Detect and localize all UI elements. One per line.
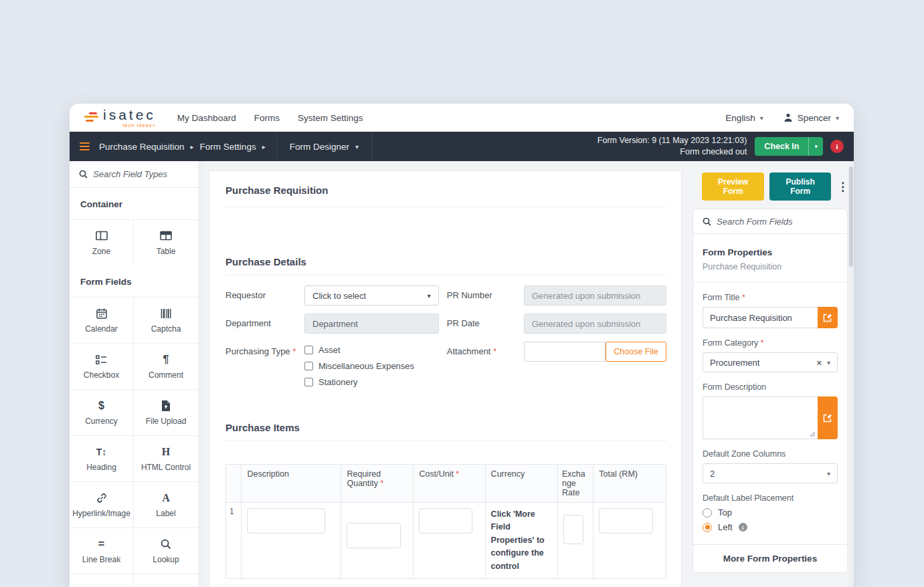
exchange-rate-input[interactable] <box>563 515 583 544</box>
edit-form-description-button[interactable] <box>818 396 838 439</box>
form-category-select[interactable]: Procurement × ▾ <box>703 352 838 372</box>
field-type-partial[interactable] <box>70 574 134 587</box>
isatec-logo: isatec tech ideas+ <box>84 108 156 128</box>
clear-selection-icon[interactable]: × <box>816 358 822 368</box>
label-placement-options: Top Left i <box>703 507 838 532</box>
app-window: isatec tech ideas+ My Dashboard Forms Sy… <box>70 104 854 587</box>
form-version-line: Form Version: 9 (11 May 2023 12:21:03) <box>597 135 747 147</box>
nav-system-settings[interactable]: System Settings <box>298 113 363 123</box>
chevron-down-icon: ▾ <box>814 143 818 150</box>
nav-forms[interactable]: Forms <box>254 113 280 123</box>
language-dropdown[interactable]: English ▾ <box>725 113 763 123</box>
checkbox[interactable] <box>304 362 313 370</box>
form-description-textarea[interactable] <box>703 396 818 439</box>
choose-file-button[interactable]: Choose File <box>606 342 666 362</box>
checkbox[interactable] <box>304 378 313 386</box>
checkbox-option-miscellaneous-expenses[interactable]: Miscellaneous Expenses <box>304 361 439 371</box>
field-type-currency[interactable]: $ Currency <box>70 389 134 435</box>
chevron-down-icon: ▾ <box>428 292 431 300</box>
requestor-select[interactable]: Click to select ▾ <box>304 285 439 306</box>
field-type-captcha[interactable]: Captcha <box>134 297 198 343</box>
publish-form-button[interactable]: Publish Form <box>769 172 831 201</box>
search-icon <box>79 170 88 179</box>
field-type-label[interactable]: A Label <box>134 481 198 527</box>
alert-info-icon[interactable]: i <box>830 140 844 153</box>
edit-form-title-button[interactable] <box>818 307 838 328</box>
field-type-checkbox[interactable]: Checkbox <box>70 343 134 389</box>
more-form-properties-button[interactable]: More Form Properties <box>693 544 847 572</box>
checkbox[interactable] <box>304 346 313 354</box>
field-type-lookup[interactable]: Lookup <box>134 527 198 574</box>
info-tooltip-icon[interactable]: i <box>739 523 747 532</box>
form-description-label: Form Description <box>703 382 838 392</box>
checkbox-option-stationery[interactable]: Stationery <box>304 377 439 387</box>
description-input[interactable] <box>247 508 325 534</box>
form-title-input[interactable] <box>703 307 818 328</box>
requestor-value: Click to select <box>312 291 366 301</box>
field-type-zone[interactable]: Zone <box>70 219 134 265</box>
search-form-fields-input[interactable] <box>717 217 838 227</box>
currency-config-note: Click 'More Field Properties' to configu… <box>491 508 552 573</box>
form-fields-type-grid: Calendar Captcha Checkbox ¶ Comment $ Cu… <box>70 297 198 587</box>
radio-option-left[interactable]: Left i <box>703 522 838 532</box>
chevron-down-icon: ▾ <box>827 359 830 366</box>
chevron-down-icon: ▾ <box>760 114 763 122</box>
nav-my-dashboard[interactable]: My Dashboard <box>177 113 236 123</box>
lookup-icon <box>161 538 171 550</box>
checkbox-option-asset[interactable]: Asset <box>304 345 439 355</box>
field-type-hyperlink-image[interactable]: Hyperlink/Image <box>70 481 134 527</box>
field-type-table[interactable]: Table <box>134 219 198 265</box>
requestor-label: Requestor <box>225 285 304 300</box>
required-marker: * <box>292 346 296 356</box>
table-icon <box>160 230 172 242</box>
purchasing-type-label: Purchasing Type * <box>225 342 304 356</box>
file-upload-icon <box>161 400 171 412</box>
default-zone-columns-label: Default Zone Columns <box>703 449 838 459</box>
purchase-details-heading: Purchase Details <box>225 256 666 267</box>
radio-button[interactable] <box>703 508 712 517</box>
panel-scrollbar-track[interactable] <box>198 161 205 587</box>
section-title-container: Container <box>70 188 198 219</box>
preview-form-button[interactable]: Preview Form <box>702 172 764 201</box>
logo-tagline: tech ideas+ <box>103 122 156 128</box>
cost-unit-input[interactable] <box>419 508 472 534</box>
user-menu[interactable]: Spencer ▾ <box>783 113 839 123</box>
form-properties-subtitle: Purchase Requisition <box>703 262 838 271</box>
field-type-html-control[interactable]: H HTML Control <box>134 435 198 481</box>
field-type-line-break[interactable]: = Line Break <box>70 527 134 574</box>
required-quantity-input[interactable] <box>347 523 400 548</box>
hamburger-menu-icon[interactable] <box>70 132 90 161</box>
window-scrollbar-thumb[interactable] <box>849 166 853 267</box>
breadcrumb-caret-icon: ▸ <box>262 143 266 150</box>
required-marker: * <box>742 293 745 302</box>
field-type-partial[interactable] <box>134 574 198 587</box>
field-type-file-upload[interactable]: File Upload <box>134 389 198 435</box>
form-designer-dropdown[interactable]: Form Designer ▾ <box>276 132 372 161</box>
department-input: Department <box>304 314 439 334</box>
top-navbar: isatec tech ideas+ My Dashboard Forms Sy… <box>70 104 854 132</box>
field-type-calendar[interactable]: Calendar <box>70 297 134 343</box>
breadcrumb-item-form-settings[interactable]: Form Settings <box>200 142 256 152</box>
checkbox-list-icon <box>96 354 107 366</box>
logo-text: isatec <box>103 108 156 122</box>
chevron-down-icon: ▾ <box>827 470 830 477</box>
kebab-menu-icon[interactable]: ⋮ <box>837 181 848 193</box>
pr-number-input: Generated upon submission <box>524 285 666 306</box>
breadcrumb-item-form[interactable]: Purchase Requisition <box>99 142 185 152</box>
form-category-value: Procurement <box>710 358 759 368</box>
file-input[interactable] <box>524 342 606 362</box>
default-zone-columns-select[interactable]: 2 ▾ <box>703 463 838 483</box>
breadcrumb: Purchase Requisition ▸ Form Settings ▸ <box>90 132 276 161</box>
table-row: 1 Click 'More Field Properties' to confi… <box>226 503 666 579</box>
radio-button-selected[interactable] <box>703 523 712 532</box>
check-in-button[interactable]: Check In <box>755 137 808 156</box>
form-properties-title: Form Properties <box>703 247 838 257</box>
field-type-comment[interactable]: ¶ Comment <box>134 343 198 389</box>
default-zone-columns-value: 2 <box>710 469 715 479</box>
check-in-caret-button[interactable]: ▾ <box>808 137 823 156</box>
radio-option-top[interactable]: Top <box>703 507 838 517</box>
window-scrollbar-track[interactable] <box>848 161 854 587</box>
search-field-types-input[interactable] <box>93 169 189 179</box>
field-type-heading[interactable]: T↕ Heading <box>70 435 134 481</box>
total-rm-input[interactable] <box>599 508 653 534</box>
